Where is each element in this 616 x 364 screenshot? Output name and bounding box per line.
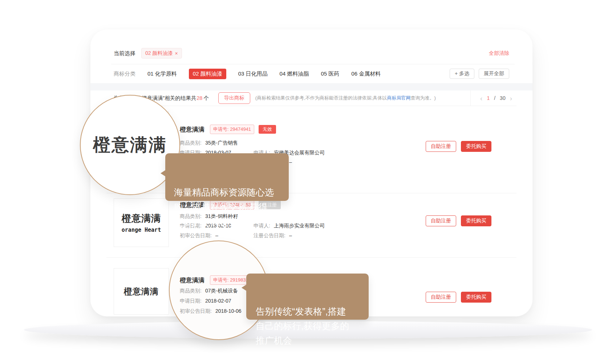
result-title-line: 橙意满满 申请号: 29474941 无效 [180,125,276,134]
detail-line: 初审公告日期:– 注册公告日期:– [180,231,218,239]
entrust-buy-button[interactable]: 委托购买 [461,215,491,226]
applicant-pair: 申请人:上海雨步实业有限公司 [254,222,325,230]
close-icon[interactable]: × [175,50,178,56]
category-item-02-active[interactable]: 02 颜料油漆 [189,69,226,79]
first-trial-label: 初审公告日期: [180,232,212,238]
disclaimer-suffix: 查询为准。) [410,95,435,101]
results-count: 28 [196,95,202,101]
category-item-06[interactable]: 06 金属材料 [351,70,381,77]
trademark-image-3[interactable]: 橙意满满 [114,268,169,315]
category-label: 商品类别: [180,288,202,294]
app-date-value: 2018-02-07 [205,298,231,304]
first-trial-label: 初审公告日期: [180,308,212,314]
pagination: ‹ 1 / 30 › [470,90,512,106]
category-item-01[interactable]: 01 化学原料 [147,70,177,77]
detail-line: 商品类别:07类-机械设备 [180,287,238,295]
category-item-04[interactable]: 04 燃料油脂 [280,70,309,77]
category-value: 07类-机械设备 [205,288,238,294]
page-total: 30 [500,95,506,101]
self-register-button[interactable]: 自助注册 [426,215,456,226]
category-bar-actions: + 多选 展开全部 [450,69,509,79]
trademark-image-text: 橙意满满 [124,286,159,297]
self-register-button[interactable]: 自助注册 [426,292,456,303]
callout-marketplace: 海量精品商标资源随心选 购。支持在线交易,获得 更多的交易机会 [165,153,289,201]
page-separator: / [494,95,495,101]
category-label: 商品类别: [180,140,202,146]
callout-text: 告别传统“发表格”,搭建 自己的标行,获得更多的 推广机会 [256,306,349,345]
detail-line: 申请日期:2018-02-07 [180,297,231,305]
entrust-buy-button[interactable]: 委托购买 [461,292,491,303]
section-gap [90,83,532,90]
row-actions: 自助注册 委托购买 [426,292,491,303]
first-trial-value: 2018-10-06 [215,308,242,314]
first-trial-value: – [215,232,218,238]
category-item-05[interactable]: 05 医药 [321,70,339,77]
trademark-image-subtext: orange Heart [122,227,161,233]
callout-arrow-icon [242,284,247,291]
self-register-button[interactable]: 自助注册 [426,141,456,152]
selected-filter-tag[interactable]: 02 颜料油漆 × [141,48,182,58]
category-value: 35类-广告销售 [205,140,238,146]
trademark-name[interactable]: 橙意满满 [180,276,204,284]
application-no-label: 申请号: [213,126,229,132]
row-actions: 自助注册 委托购买 [426,215,491,226]
trademark-name[interactable]: 橙意满满 [180,125,204,134]
page-prev-icon[interactable]: ‹ [480,95,482,102]
status-badge: 无效 [259,125,276,134]
application-no-label: 申请号: [213,277,229,283]
category-bar: 商标分类 01 化学原料 02 颜料油漆 03 日化用品 04 燃料油脂 05 … [114,68,381,79]
reg-date-pair: 注册公告日期:– [254,231,292,239]
entrust-buy-button[interactable]: 委托购买 [461,141,491,152]
trademark-image-text: 橙意满满 [122,212,161,225]
current-selection-label: 当前选择 [114,50,135,57]
trademark-office-link[interactable]: 商标局官网 [387,95,410,101]
category-item-03[interactable]: 03 日化用品 [238,70,268,77]
applicant-label: 申请人: [254,223,270,228]
expand-all-button[interactable]: 展开全部 [479,69,509,79]
results-header: 为您检索到“橙意满满”相关的结果共28个 导出商标 (商标检索结果仅供参考,不作… [114,90,436,106]
selected-filter-tag-label: 02 颜料油漆 [145,50,173,57]
disclaimer-prefix: (商标检索结果仅供参考,不作为商标能否注册的法律依据;具体以 [255,95,387,101]
callout-promotion: 告别传统“发表格”,搭建 自己的标行,获得更多的 推广机会 [246,274,369,320]
export-trademarks-button[interactable]: 导出商标 [218,92,250,104]
magnified-trademark-text: 橙意满满 [93,133,167,157]
detail-line: 商品类别:35类-广告销售 [180,139,238,147]
page-current: 1 [487,95,490,101]
trademark-image-2[interactable]: 橙意满满 orange Heart [114,198,169,247]
clear-all-button[interactable]: 全部清除 [489,50,509,57]
callout-arrow-icon [161,170,166,177]
results-count-unit: 个 [203,95,209,101]
detail-line: 初审公告日期:2018-10-06 [180,307,242,315]
multi-select-button[interactable]: + 多选 [450,69,474,79]
result-title-line: 橙意满满 申请号: 29198321 [180,275,254,285]
category-bar-label: 商标分类 [114,70,135,77]
application-no-value: 29474941 [230,126,251,132]
page-next-icon[interactable]: › [510,95,512,102]
row-actions: 自助注册 委托购买 [426,141,491,152]
reg-date-value: – [289,159,292,165]
applicant-value: 上海雨步实业有限公司 [274,223,325,228]
app-date-label: 申请日期: [180,298,202,304]
application-no-tag: 申请号: 29474941 [210,125,254,134]
divider [111,64,515,64]
reg-date-value: – [289,232,292,238]
result-row-2: 橙意满满 orange Heart 橙意满满 申请号: 29482153 已注册… [90,193,532,257]
disclaimer: (商标检索结果仅供参考,不作为商标能否注册的法律依据;具体以商标局官网查询为准。… [255,95,436,101]
reg-date-label: 注册公告日期: [254,232,285,238]
